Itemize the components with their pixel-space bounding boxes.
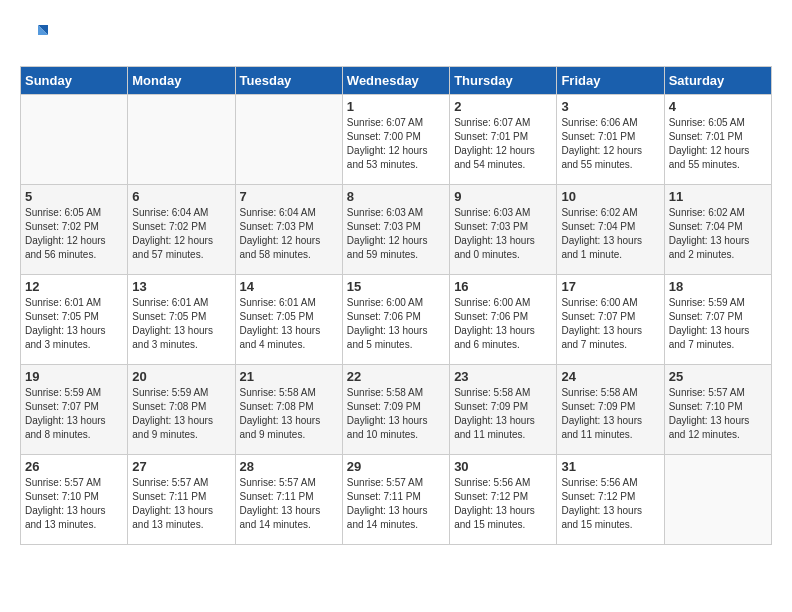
calendar-day-cell: 29Sunrise: 5:57 AM Sunset: 7:11 PM Dayli… xyxy=(342,455,449,545)
calendar-day-cell: 6Sunrise: 6:04 AM Sunset: 7:02 PM Daylig… xyxy=(128,185,235,275)
weekday-header-wednesday: Wednesday xyxy=(342,67,449,95)
calendar-week-row: 19Sunrise: 5:59 AM Sunset: 7:07 PM Dayli… xyxy=(21,365,772,455)
weekday-header-tuesday: Tuesday xyxy=(235,67,342,95)
day-number: 23 xyxy=(454,369,552,384)
day-number: 31 xyxy=(561,459,659,474)
day-info: Sunrise: 6:01 AM Sunset: 7:05 PM Dayligh… xyxy=(132,296,230,352)
day-number: 28 xyxy=(240,459,338,474)
calendar-day-cell: 19Sunrise: 5:59 AM Sunset: 7:07 PM Dayli… xyxy=(21,365,128,455)
calendar-day-cell: 24Sunrise: 5:58 AM Sunset: 7:09 PM Dayli… xyxy=(557,365,664,455)
day-number: 13 xyxy=(132,279,230,294)
day-number: 2 xyxy=(454,99,552,114)
day-info: Sunrise: 5:57 AM Sunset: 7:10 PM Dayligh… xyxy=(25,476,123,532)
calendar-day-cell: 14Sunrise: 6:01 AM Sunset: 7:05 PM Dayli… xyxy=(235,275,342,365)
weekday-header-thursday: Thursday xyxy=(450,67,557,95)
day-info: Sunrise: 6:05 AM Sunset: 7:02 PM Dayligh… xyxy=(25,206,123,262)
calendar-empty-cell xyxy=(128,95,235,185)
calendar-day-cell: 8Sunrise: 6:03 AM Sunset: 7:03 PM Daylig… xyxy=(342,185,449,275)
calendar-day-cell: 28Sunrise: 5:57 AM Sunset: 7:11 PM Dayli… xyxy=(235,455,342,545)
day-info: Sunrise: 5:59 AM Sunset: 7:08 PM Dayligh… xyxy=(132,386,230,442)
day-number: 15 xyxy=(347,279,445,294)
calendar-day-cell: 5Sunrise: 6:05 AM Sunset: 7:02 PM Daylig… xyxy=(21,185,128,275)
calendar-day-cell: 31Sunrise: 5:56 AM Sunset: 7:12 PM Dayli… xyxy=(557,455,664,545)
calendar-empty-cell xyxy=(21,95,128,185)
day-info: Sunrise: 5:58 AM Sunset: 7:09 PM Dayligh… xyxy=(347,386,445,442)
day-info: Sunrise: 6:04 AM Sunset: 7:03 PM Dayligh… xyxy=(240,206,338,262)
day-number: 22 xyxy=(347,369,445,384)
day-number: 12 xyxy=(25,279,123,294)
day-number: 24 xyxy=(561,369,659,384)
day-info: Sunrise: 6:00 AM Sunset: 7:06 PM Dayligh… xyxy=(454,296,552,352)
day-info: Sunrise: 5:57 AM Sunset: 7:10 PM Dayligh… xyxy=(669,386,767,442)
day-info: Sunrise: 6:01 AM Sunset: 7:05 PM Dayligh… xyxy=(240,296,338,352)
calendar-day-cell: 16Sunrise: 6:00 AM Sunset: 7:06 PM Dayli… xyxy=(450,275,557,365)
calendar-day-cell: 22Sunrise: 5:58 AM Sunset: 7:09 PM Dayli… xyxy=(342,365,449,455)
weekday-header-saturday: Saturday xyxy=(664,67,771,95)
day-number: 17 xyxy=(561,279,659,294)
calendar-day-cell: 9Sunrise: 6:03 AM Sunset: 7:03 PM Daylig… xyxy=(450,185,557,275)
day-number: 20 xyxy=(132,369,230,384)
calendar-day-cell: 27Sunrise: 5:57 AM Sunset: 7:11 PM Dayli… xyxy=(128,455,235,545)
day-number: 4 xyxy=(669,99,767,114)
calendar-header-row: SundayMondayTuesdayWednesdayThursdayFrid… xyxy=(21,67,772,95)
calendar-empty-cell xyxy=(664,455,771,545)
calendar-day-cell: 25Sunrise: 5:57 AM Sunset: 7:10 PM Dayli… xyxy=(664,365,771,455)
day-info: Sunrise: 6:00 AM Sunset: 7:06 PM Dayligh… xyxy=(347,296,445,352)
day-number: 21 xyxy=(240,369,338,384)
day-number: 6 xyxy=(132,189,230,204)
day-info: Sunrise: 6:01 AM Sunset: 7:05 PM Dayligh… xyxy=(25,296,123,352)
calendar-day-cell: 10Sunrise: 6:02 AM Sunset: 7:04 PM Dayli… xyxy=(557,185,664,275)
day-info: Sunrise: 5:57 AM Sunset: 7:11 PM Dayligh… xyxy=(347,476,445,532)
day-info: Sunrise: 6:00 AM Sunset: 7:07 PM Dayligh… xyxy=(561,296,659,352)
calendar-day-cell: 17Sunrise: 6:00 AM Sunset: 7:07 PM Dayli… xyxy=(557,275,664,365)
calendar-table: SundayMondayTuesdayWednesdayThursdayFrid… xyxy=(20,66,772,545)
calendar-day-cell: 30Sunrise: 5:56 AM Sunset: 7:12 PM Dayli… xyxy=(450,455,557,545)
calendar-day-cell: 3Sunrise: 6:06 AM Sunset: 7:01 PM Daylig… xyxy=(557,95,664,185)
day-info: Sunrise: 5:56 AM Sunset: 7:12 PM Dayligh… xyxy=(454,476,552,532)
calendar-day-cell: 18Sunrise: 5:59 AM Sunset: 7:07 PM Dayli… xyxy=(664,275,771,365)
calendar-week-row: 5Sunrise: 6:05 AM Sunset: 7:02 PM Daylig… xyxy=(21,185,772,275)
calendar-week-row: 1Sunrise: 6:07 AM Sunset: 7:00 PM Daylig… xyxy=(21,95,772,185)
calendar-day-cell: 2Sunrise: 6:07 AM Sunset: 7:01 PM Daylig… xyxy=(450,95,557,185)
day-info: Sunrise: 5:59 AM Sunset: 7:07 PM Dayligh… xyxy=(669,296,767,352)
day-info: Sunrise: 6:07 AM Sunset: 7:01 PM Dayligh… xyxy=(454,116,552,172)
calendar-day-cell: 13Sunrise: 6:01 AM Sunset: 7:05 PM Dayli… xyxy=(128,275,235,365)
day-info: Sunrise: 6:03 AM Sunset: 7:03 PM Dayligh… xyxy=(347,206,445,262)
day-number: 18 xyxy=(669,279,767,294)
calendar-day-cell: 21Sunrise: 5:58 AM Sunset: 7:08 PM Dayli… xyxy=(235,365,342,455)
logo xyxy=(20,20,54,50)
day-number: 26 xyxy=(25,459,123,474)
day-number: 7 xyxy=(240,189,338,204)
day-info: Sunrise: 5:56 AM Sunset: 7:12 PM Dayligh… xyxy=(561,476,659,532)
day-info: Sunrise: 5:58 AM Sunset: 7:09 PM Dayligh… xyxy=(561,386,659,442)
day-number: 19 xyxy=(25,369,123,384)
calendar-day-cell: 23Sunrise: 5:58 AM Sunset: 7:09 PM Dayli… xyxy=(450,365,557,455)
day-number: 27 xyxy=(132,459,230,474)
calendar-week-row: 26Sunrise: 5:57 AM Sunset: 7:10 PM Dayli… xyxy=(21,455,772,545)
day-number: 30 xyxy=(454,459,552,474)
day-number: 5 xyxy=(25,189,123,204)
day-number: 25 xyxy=(669,369,767,384)
calendar-day-cell: 20Sunrise: 5:59 AM Sunset: 7:08 PM Dayli… xyxy=(128,365,235,455)
day-info: Sunrise: 6:02 AM Sunset: 7:04 PM Dayligh… xyxy=(669,206,767,262)
calendar-day-cell: 11Sunrise: 6:02 AM Sunset: 7:04 PM Dayli… xyxy=(664,185,771,275)
day-number: 29 xyxy=(347,459,445,474)
calendar-day-cell: 26Sunrise: 5:57 AM Sunset: 7:10 PM Dayli… xyxy=(21,455,128,545)
page-header xyxy=(20,20,772,50)
day-number: 16 xyxy=(454,279,552,294)
day-info: Sunrise: 5:58 AM Sunset: 7:08 PM Dayligh… xyxy=(240,386,338,442)
calendar-day-cell: 1Sunrise: 6:07 AM Sunset: 7:00 PM Daylig… xyxy=(342,95,449,185)
day-info: Sunrise: 5:57 AM Sunset: 7:11 PM Dayligh… xyxy=(240,476,338,532)
calendar-day-cell: 15Sunrise: 6:00 AM Sunset: 7:06 PM Dayli… xyxy=(342,275,449,365)
calendar-day-cell: 4Sunrise: 6:05 AM Sunset: 7:01 PM Daylig… xyxy=(664,95,771,185)
day-info: Sunrise: 6:05 AM Sunset: 7:01 PM Dayligh… xyxy=(669,116,767,172)
weekday-header-friday: Friday xyxy=(557,67,664,95)
day-number: 3 xyxy=(561,99,659,114)
day-info: Sunrise: 5:57 AM Sunset: 7:11 PM Dayligh… xyxy=(132,476,230,532)
day-info: Sunrise: 6:02 AM Sunset: 7:04 PM Dayligh… xyxy=(561,206,659,262)
calendar-empty-cell xyxy=(235,95,342,185)
day-number: 10 xyxy=(561,189,659,204)
day-info: Sunrise: 6:07 AM Sunset: 7:00 PM Dayligh… xyxy=(347,116,445,172)
day-info: Sunrise: 6:03 AM Sunset: 7:03 PM Dayligh… xyxy=(454,206,552,262)
weekday-header-monday: Monday xyxy=(128,67,235,95)
